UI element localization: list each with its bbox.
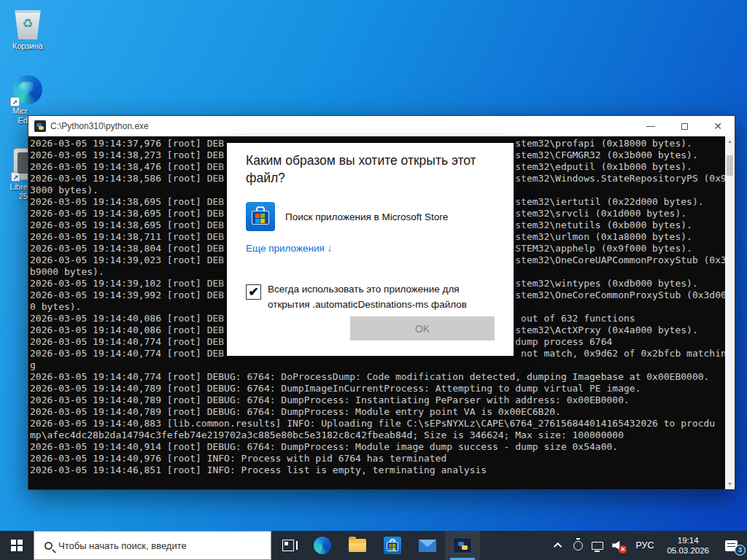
search-icon: [44, 542, 53, 550]
chevron-up-icon: [554, 542, 562, 551]
python-console-icon: [34, 120, 46, 132]
close-button[interactable]: ✕: [701, 116, 735, 136]
taskbar-clock[interactable]: 19:14 05.03.2026: [661, 531, 715, 560]
taskbar-app-edge[interactable]: [305, 531, 340, 560]
search-placeholder: Чтобы начать поиск, введите: [58, 540, 187, 551]
console-titlebar[interactable]: C:\Python310\python.exe — ✕: [28, 116, 735, 136]
shortcut-arrow-icon: ➚: [10, 97, 20, 106]
tray-network-button[interactable]: [587, 531, 608, 560]
task-view-icon: [282, 540, 294, 551]
edge-icon: [314, 537, 331, 554]
taskbar-app-store[interactable]: [375, 531, 410, 560]
more-apps-label: Еще приложения: [246, 243, 325, 254]
checkbox[interactable]: ✔: [246, 284, 261, 300]
taskbar: Чтобы начать поиск, введите: [0, 531, 747, 560]
always-use-checkbox-row[interactable]: ✔ Всегда использовать это приложение для…: [246, 281, 498, 312]
log-line: 2026-03-05 19:14:40,774 [root] DEBUG: 67…: [30, 371, 725, 383]
microsoft-store-icon: [384, 537, 401, 554]
ms-square-green: [260, 214, 265, 218]
log-line: 2026-03-05 19:14:40,789 [root] DEBUG: 67…: [30, 383, 725, 394]
log-line: 2026-03-05 19:14:40,789 [root] DEBUG: 67…: [30, 394, 725, 406]
log-line: 2026-03-05 19:14:40,789 [root] DEBUG: 67…: [30, 406, 725, 418]
tray-hidden-icons-button[interactable]: [549, 531, 568, 560]
minimize-icon: —: [646, 121, 655, 131]
arrow-down-icon: ↓: [328, 243, 333, 254]
open-with-dialog: Каким образом вы хотите открыть этот фай…: [227, 143, 514, 356]
notification-badge: 3: [735, 545, 746, 556]
taskbar-app-python-console-active[interactable]: [445, 531, 480, 560]
maximize-icon: [681, 123, 688, 130]
checkmark-icon: ✔: [248, 284, 258, 300]
scroll-up-icon[interactable]: ▲: [727, 136, 732, 147]
log-line: 2026-03-05 19:14:40,914 [root] DEBUG: 67…: [30, 441, 725, 453]
ms-square-yellow: [260, 219, 265, 223]
shortcut-arrow-icon: ➚: [11, 172, 20, 182]
microsoft-store-icon: [246, 202, 275, 231]
mute-badge-icon: ✕: [619, 545, 627, 553]
store-option-label: Поиск приложения в Microsoft Store: [285, 211, 448, 222]
recycle-bin-icon: ♻: [13, 7, 42, 39]
recycle-symbol-icon: ♻: [13, 16, 42, 31]
file-explorer-icon: [349, 539, 366, 552]
scrollbar-thumb[interactable]: [727, 155, 733, 176]
dialog-title: Каким образом вы хотите открыть этот фай…: [246, 152, 498, 187]
clock-time: 19:14: [667, 535, 709, 545]
tray-status-icon-button[interactable]: [568, 531, 587, 560]
mail-icon: [419, 540, 436, 552]
console-title: C:\Python310\python.exe: [50, 121, 634, 131]
system-tray: ✕ РУС 19:14 05.03.2026 3: [549, 531, 747, 560]
ms-square-yellow: [392, 548, 395, 551]
language-indicator[interactable]: РУС: [628, 531, 661, 560]
log-line: 2026-03-05 19:14:46,851 [root] INFO: Pro…: [30, 464, 725, 476]
desktop-icon-recycle-bin[interactable]: ♻ Корзина: [4, 7, 51, 51]
edge-label-line2: Ed: [4, 116, 28, 125]
ms-square-blue: [389, 548, 392, 551]
checkbox-label: Всегда использовать это приложение для о…: [268, 281, 498, 312]
ms-square-red: [389, 544, 392, 547]
recycle-bin-label: Корзина: [4, 42, 51, 51]
close-icon: ✕: [713, 120, 722, 132]
log-line: 2026-03-05 19:14:40,976 [root] INFO: Pro…: [30, 453, 725, 464]
log-line: g: [30, 359, 725, 371]
clock-date: 05.03.2026: [667, 545, 709, 556]
ok-button[interactable]: OK: [350, 316, 495, 341]
taskbar-app-file-explorer[interactable]: [340, 531, 375, 560]
start-button[interactable]: [0, 531, 34, 560]
ms-square-blue: [255, 219, 260, 223]
network-icon: [592, 542, 603, 550]
log-line: mp\afec4dc28b2da14794c3fefeb74e219702a3c…: [30, 429, 725, 441]
status-circle-icon: [573, 541, 583, 551]
ms-square-red: [255, 214, 260, 218]
taskbar-app-mail[interactable]: [410, 531, 445, 560]
recycle-bin-rim: [15, 7, 41, 12]
edge-label-line1: Micr: [4, 106, 28, 116]
windows-logo-icon: [11, 540, 23, 551]
ms-square-green: [392, 544, 395, 547]
minimize-button[interactable]: —: [634, 116, 667, 136]
libreoffice-label-line1: Libre: [4, 182, 28, 192]
task-view-button[interactable]: [271, 531, 305, 560]
action-center-button[interactable]: 3: [715, 531, 747, 560]
tray-volume-button[interactable]: ✕: [608, 531, 628, 560]
edge-icon: ➚: [13, 75, 42, 104]
more-apps-link[interactable]: Еще приложения ↓: [246, 243, 332, 254]
log-line: 2026-03-05 19:14:40,883 [lib.common.resu…: [30, 418, 725, 429]
taskbar-search-input[interactable]: Чтобы начать поиск, введите: [34, 531, 271, 560]
python-console-icon: [453, 537, 472, 553]
libreoffice-label-line2: 25: [4, 192, 28, 201]
maximize-button[interactable]: [667, 116, 701, 136]
store-search-option[interactable]: Поиск приложения в Microsoft Store: [246, 202, 498, 231]
scroll-down-icon[interactable]: ▼: [727, 479, 732, 489]
console-scrollbar[interactable]: ▲ ▼: [725, 136, 735, 489]
desktop: ♻ Корзина ➚ Micr Ed ➚ Libre 25 C:\Python…: [0, 0, 747, 560]
